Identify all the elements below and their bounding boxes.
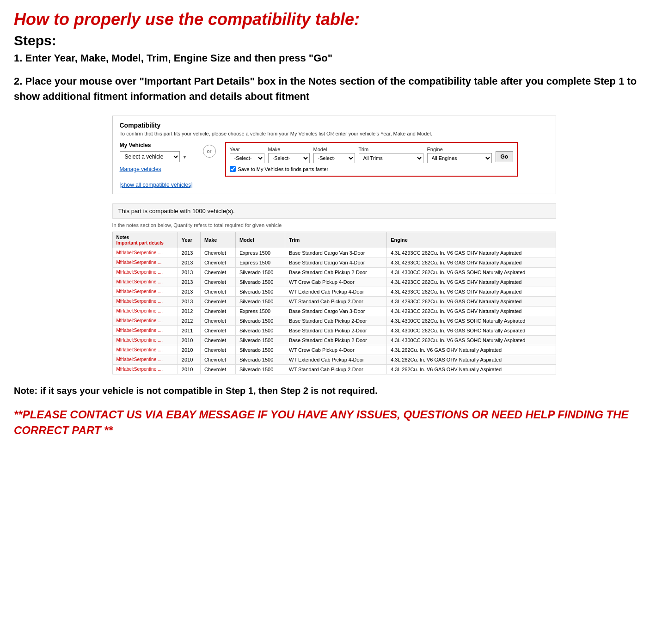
table-row: Mfrlabel:Serpentine ....2013ChevroletSil… — [112, 277, 556, 287]
compatibility-description: To confirm that this part fits your vehi… — [120, 131, 549, 136]
table-cell-model: Silverado 1500 — [235, 336, 285, 345]
engine-column-header: Engine — [387, 232, 556, 248]
table-cell-make: Chevrolet — [200, 307, 235, 316]
my-vehicles-section: My Vehicles Select a vehicle ▼ Manage ve… — [120, 142, 194, 188]
year-label: Year — [230, 147, 264, 152]
table-cell-trim: Base Standard Cab Pickup 2-Door — [285, 268, 387, 277]
engine-select[interactable]: All Engines — [427, 153, 492, 163]
table-cell-make: Chevrolet — [200, 316, 235, 326]
table-cell-make: Chevrolet — [200, 277, 235, 287]
engine-label: Engine — [427, 147, 492, 152]
table-cell-engine: 4.3L 4300CC 262Cu. In. V6 GAS SOHC Natur… — [387, 268, 556, 277]
trim-select[interactable]: All Trims — [359, 153, 423, 163]
table-cell-year: 2012 — [178, 316, 200, 326]
table-cell-model: Silverado 1500 — [235, 326, 285, 336]
table-cell-engine: 4.3L 4293CC 262Cu. In. V6 GAS OHV Natura… — [387, 277, 556, 287]
model-field-group: Model -Select- — [313, 147, 355, 163]
table-cell-notes: Mfrlabel:Serpentine .... — [112, 355, 178, 365]
table-cell-trim: Base Standard Cab Pickup 2-Door — [285, 336, 387, 345]
model-column-header: Model — [235, 232, 285, 248]
table-row: Mfrlabel:Serpentine ....2013ChevroletSil… — [112, 268, 556, 277]
table-cell-engine: 4.3L 4293CC 262Cu. In. V6 GAS OHV Natura… — [387, 307, 556, 316]
vehicle-select-row: Select a vehicle ▼ — [120, 151, 194, 162]
table-cell-model: Silverado 1500 — [235, 287, 285, 297]
table-cell-trim: WT Standard Cab Pickup 2-Door — [285, 297, 387, 307]
table-cell-year: 2013 — [178, 268, 200, 277]
trim-label: Trim — [359, 147, 423, 152]
year-select[interactable]: -Select- — [230, 153, 264, 163]
table-row: Mfrlabel:Serpentine ....2010ChevroletSil… — [112, 365, 556, 374]
table-cell-engine: 4.3L 4293CC 262Cu. In. V6 GAS OHV Natura… — [387, 248, 556, 258]
save-checkbox[interactable] — [230, 166, 236, 172]
table-cell-notes: Mfrlabel:Serpentine .... — [112, 268, 178, 277]
table-cell-model: Silverado 1500 — [235, 297, 285, 307]
table-cell-make: Chevrolet — [200, 336, 235, 345]
manage-vehicles-link[interactable]: Manage vehicles — [120, 166, 194, 172]
table-row: Mfrlabel:Serpentine ....2011ChevroletSil… — [112, 326, 556, 336]
compatible-message: This part is compatible with 1000 vehicl… — [112, 203, 556, 219]
make-field-group: Make -Select- — [268, 147, 310, 163]
table-cell-make: Chevrolet — [200, 248, 235, 258]
year-make-outline-box: Year -Select- Make -Select- Model — [225, 142, 518, 177]
save-row: Save to My Vehicles to finds parts faste… — [230, 166, 514, 172]
model-select[interactable]: -Select- — [313, 153, 355, 163]
table-cell-trim: WT Extended Cab Pickup 4-Door — [285, 287, 387, 297]
table-row: Mfrlabel:Serpentine ....2013ChevroletSil… — [112, 287, 556, 297]
table-cell-engine: 4.3L 4300CC 262Cu. In. V6 GAS SOHC Natur… — [387, 336, 556, 345]
table-cell-notes: Mfrlabel:Serpentine .... — [112, 365, 178, 374]
table-cell-model: Silverado 1500 — [235, 268, 285, 277]
step-2-text: 2. Place your mouse over "Important Part… — [14, 74, 654, 104]
table-row: Mfrlabel:Serpentine ....2013ChevroletSil… — [112, 297, 556, 307]
table-cell-engine: 4.3L 4293CC 262Cu. In. V6 GAS OHV Natura… — [387, 258, 556, 268]
table-cell-notes: Mfrlabel:Serpentine .... — [112, 277, 178, 287]
table-cell-model: Silverado 1500 — [235, 277, 285, 287]
table-cell-engine: 4.3L 262Cu. In. V6 GAS OHV Naturally Asp… — [387, 355, 556, 365]
make-select[interactable]: -Select- — [268, 153, 310, 163]
table-cell-make: Chevrolet — [200, 268, 235, 277]
table-cell-make: Chevrolet — [200, 355, 235, 365]
table-cell-make: Chevrolet — [200, 297, 235, 307]
table-cell-make: Chevrolet — [200, 326, 235, 336]
show-all-compatible-link[interactable]: [show all compatible vehicles] — [120, 182, 194, 188]
year-make-section: Year -Select- Make -Select- Model — [225, 142, 549, 177]
table-cell-year: 2013 — [178, 297, 200, 307]
table-cell-model: Express 1500 — [235, 258, 285, 268]
table-cell-year: 2013 — [178, 258, 200, 268]
table-cell-trim: Base Standard Cargo Van 3-Door — [285, 248, 387, 258]
table-cell-notes: Mfrlabel:Serpentine .... — [112, 307, 178, 316]
table-cell-trim: Base Standard Cab Pickup 2-Door — [285, 316, 387, 326]
table-cell-engine: 4.3L 262Cu. In. V6 GAS OHV Naturally Asp… — [387, 345, 556, 355]
table-cell-year: 2010 — [178, 365, 200, 374]
table-cell-notes: Mfrlabel:Serpentine .... — [112, 287, 178, 297]
table-cell-trim: WT Extended Cab Pickup 4-Door — [285, 355, 387, 365]
trim-column-header: Trim — [285, 232, 387, 248]
table-cell-notes: Mfrlabel:Serpentine.... — [112, 258, 178, 268]
table-row: Mfrlabel:Serpentine ....2012ChevroletExp… — [112, 307, 556, 316]
table-cell-model: Express 1500 — [235, 307, 285, 316]
table-cell-notes: Mfrlabel:Serpentine .... — [112, 297, 178, 307]
or-divider: or — [203, 145, 216, 158]
trim-field-group: Trim All Trims — [359, 147, 423, 163]
note-section: Note: if it says your vehicle is not com… — [14, 384, 654, 398]
table-cell-year: 2010 — [178, 336, 200, 345]
main-title: How to properly use the compatibility ta… — [14, 9, 654, 29]
table-cell-year: 2010 — [178, 355, 200, 365]
year-field-group: Year -Select- — [230, 147, 264, 163]
table-cell-model: Silverado 1500 — [235, 365, 285, 374]
table-cell-engine: 4.3L 4300CC 262Cu. In. V6 GAS SOHC Natur… — [387, 316, 556, 326]
table-cell-make: Chevrolet — [200, 365, 235, 374]
table-cell-make: Chevrolet — [200, 287, 235, 297]
table-cell-make: Chevrolet — [200, 345, 235, 355]
vehicle-select-dropdown[interactable]: Select a vehicle — [120, 151, 180, 162]
dropdown-arrow-icon: ▼ — [183, 154, 187, 159]
table-row: Mfrlabel:Serpentine ....2010ChevroletSil… — [112, 355, 556, 365]
table-cell-notes: Mfrlabel:Serpentine .... — [112, 326, 178, 336]
table-cell-trim: Base Standard Cargo Van 4-Door — [285, 258, 387, 268]
go-button[interactable]: Go — [496, 151, 514, 162]
table-cell-year: 2013 — [178, 277, 200, 287]
engine-field-group: Engine All Engines — [427, 147, 492, 163]
table-row: Mfrlabel:Serpentine....2013ChevroletExpr… — [112, 258, 556, 268]
table-cell-engine: 4.3L 262Cu. In. V6 GAS OHV Naturally Asp… — [387, 365, 556, 374]
table-cell-trim: Base Standard Cab Pickup 2-Door — [285, 326, 387, 336]
table-row: Mfrlabel:Serpentine ....2012ChevroletSil… — [112, 316, 556, 326]
